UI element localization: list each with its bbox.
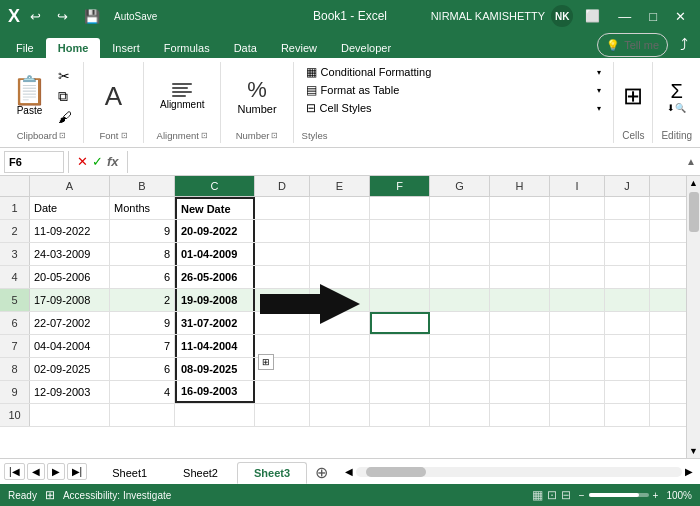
- col-header-a[interactable]: A: [30, 176, 110, 196]
- cell-h9[interactable]: [490, 381, 550, 403]
- cell-i3[interactable]: [550, 243, 605, 265]
- maximize-btn[interactable]: □: [643, 7, 663, 26]
- cell-f8[interactable]: [370, 358, 430, 380]
- cell-b4[interactable]: 6: [110, 266, 175, 288]
- zoom-out-btn[interactable]: −: [579, 490, 585, 501]
- page-break-btn[interactable]: ⊟: [561, 488, 571, 502]
- cell-c8[interactable]: 08-09-2025: [175, 358, 255, 380]
- normal-view-btn[interactable]: ▦: [532, 488, 543, 502]
- cell-j2[interactable]: [605, 220, 650, 242]
- cell-styles-button[interactable]: ⊟ Cell Styles ▾: [302, 100, 606, 116]
- sheet-tab-2[interactable]: Sheet2: [166, 462, 235, 484]
- cell-h6[interactable]: [490, 312, 550, 334]
- cell-f4[interactable]: [370, 266, 430, 288]
- scroll-right-btn[interactable]: ▶: [682, 465, 696, 478]
- cell-i4[interactable]: [550, 266, 605, 288]
- sheet-nav-prev-btn[interactable]: ◀: [27, 463, 45, 480]
- cell-d2[interactable]: [255, 220, 310, 242]
- cell-a3[interactable]: 24-03-2009: [30, 243, 110, 265]
- cell-i10[interactable]: [550, 404, 605, 426]
- cell-j3[interactable]: [605, 243, 650, 265]
- paste-button[interactable]: 📋 Paste: [8, 75, 51, 118]
- grid-icon[interactable]: ⊞: [45, 488, 55, 502]
- cell-b3[interactable]: 8: [110, 243, 175, 265]
- cell-a10[interactable]: [30, 404, 110, 426]
- cell-h2[interactable]: [490, 220, 550, 242]
- cell-a6[interactable]: 22-07-2002: [30, 312, 110, 334]
- cell-b10[interactable]: [110, 404, 175, 426]
- tab-formulas[interactable]: Formulas: [152, 38, 222, 58]
- cell-e10[interactable]: [310, 404, 370, 426]
- cell-d1[interactable]: [255, 197, 310, 219]
- redo-btn[interactable]: ↪: [51, 7, 74, 26]
- cell-g5[interactable]: [430, 289, 490, 311]
- add-sheet-btn[interactable]: ⊕: [309, 461, 334, 484]
- cell-i2[interactable]: [550, 220, 605, 242]
- cell-f2[interactable]: [370, 220, 430, 242]
- user-avatar[interactable]: NK: [551, 5, 573, 27]
- sheet-tab-3[interactable]: Sheet3: [237, 462, 307, 484]
- format-painter-button[interactable]: 🖌: [55, 108, 75, 126]
- scroll-down-btn[interactable]: ▼: [687, 444, 700, 458]
- cell-e7[interactable]: [310, 335, 370, 357]
- col-header-i[interactable]: I: [550, 176, 605, 196]
- cell-f5[interactable]: [370, 289, 430, 311]
- cell-b1[interactable]: Months: [110, 197, 175, 219]
- zoom-track[interactable]: [589, 493, 649, 497]
- col-header-h[interactable]: H: [490, 176, 550, 196]
- tab-review[interactable]: Review: [269, 38, 329, 58]
- cell-e9[interactable]: [310, 381, 370, 403]
- tab-file[interactable]: File: [4, 38, 46, 58]
- cell-d9[interactable]: [255, 381, 310, 403]
- font-expand-icon[interactable]: ⊡: [121, 131, 128, 140]
- cell-h7[interactable]: [490, 335, 550, 357]
- cell-h4[interactable]: [490, 266, 550, 288]
- font-button[interactable]: A: [97, 79, 130, 114]
- cell-a8[interactable]: 02-09-2025: [30, 358, 110, 380]
- col-header-f[interactable]: F: [370, 176, 430, 196]
- cell-i9[interactable]: [550, 381, 605, 403]
- cell-j10[interactable]: [605, 404, 650, 426]
- cell-c9[interactable]: 16-09-2003: [175, 381, 255, 403]
- cell-j8[interactable]: [605, 358, 650, 380]
- cell-c10[interactable]: [175, 404, 255, 426]
- cell-b7[interactable]: 7: [110, 335, 175, 357]
- cell-d3[interactable]: [255, 243, 310, 265]
- cell-g9[interactable]: [430, 381, 490, 403]
- cell-i1[interactable]: [550, 197, 605, 219]
- formula-input[interactable]: [132, 156, 687, 168]
- cell-c3[interactable]: 01-04-2009: [175, 243, 255, 265]
- scroll-track[interactable]: [687, 190, 700, 444]
- sheet-nav-next-btn[interactable]: ▶: [47, 463, 65, 480]
- zoom-slider[interactable]: − +: [579, 490, 659, 501]
- cell-g8[interactable]: [430, 358, 490, 380]
- tab-insert[interactable]: Insert: [100, 38, 152, 58]
- sheet-nav-first-btn[interactable]: |◀: [4, 463, 25, 480]
- cell-a9[interactable]: 12-09-2003: [30, 381, 110, 403]
- col-header-b[interactable]: B: [110, 176, 175, 196]
- h-scroll-thumb[interactable]: [366, 467, 426, 477]
- scroll-thumb[interactable]: [689, 192, 699, 232]
- cell-b2[interactable]: 9: [110, 220, 175, 242]
- cell-h1[interactable]: [490, 197, 550, 219]
- col-header-d[interactable]: D: [255, 176, 310, 196]
- cell-g2[interactable]: [430, 220, 490, 242]
- save-btn[interactable]: 💾: [78, 7, 106, 26]
- cell-a2[interactable]: 11-09-2022: [30, 220, 110, 242]
- clipboard-expand-icon[interactable]: ⊡: [59, 131, 66, 140]
- col-header-e[interactable]: E: [310, 176, 370, 196]
- cut-button[interactable]: ✂: [55, 67, 75, 85]
- tab-data[interactable]: Data: [222, 38, 269, 58]
- number-button[interactable]: % Number: [229, 75, 284, 117]
- cell-b5[interactable]: 2: [110, 289, 175, 311]
- tell-me[interactable]: 💡 Tell me: [597, 33, 668, 57]
- cell-g7[interactable]: [430, 335, 490, 357]
- cell-e2[interactable]: [310, 220, 370, 242]
- cell-g10[interactable]: [430, 404, 490, 426]
- cell-a1[interactable]: Date: [30, 197, 110, 219]
- col-header-j[interactable]: J: [605, 176, 650, 196]
- cell-i5[interactable]: [550, 289, 605, 311]
- formula-confirm-btn[interactable]: ✓: [92, 154, 103, 169]
- cell-i6[interactable]: [550, 312, 605, 334]
- cell-d10[interactable]: [255, 404, 310, 426]
